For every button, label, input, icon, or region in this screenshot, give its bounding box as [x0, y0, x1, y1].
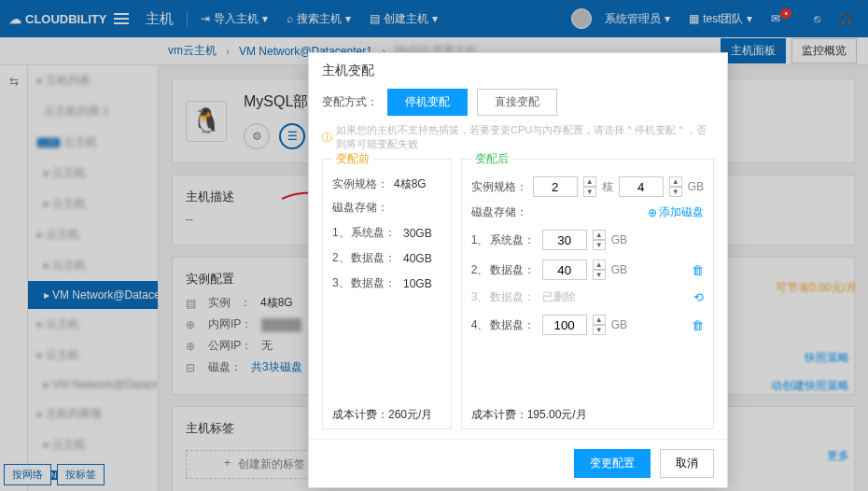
- warn-icon: ⓘ: [322, 131, 332, 145]
- before-spec-value: 4核8G: [394, 176, 427, 192]
- mem-up[interactable]: ▲: [669, 176, 682, 187]
- after-disk-row: 2、数据盘：▲▼GB🗑: [471, 260, 704, 280]
- before-cost-value: 260元/月: [388, 408, 432, 421]
- before-disk-row: 3、数据盘：10GB: [332, 275, 441, 291]
- before-cost-label: 成本计费：: [332, 408, 388, 421]
- disk-down[interactable]: ▼: [593, 270, 606, 280]
- after-disk-row: 3、数据盘：已删除⟲: [471, 289, 704, 305]
- add-disk-button[interactable]: ⊕添加磁盘: [648, 204, 704, 220]
- mode-stop-button[interactable]: 停机变配: [387, 89, 468, 116]
- cpu-up[interactable]: ▲: [583, 176, 596, 187]
- after-disk-row: 4、数据盘：▲▼GB🗑: [471, 315, 704, 335]
- after-title: 变配后: [471, 151, 512, 167]
- disk-up[interactable]: ▲: [593, 230, 606, 240]
- after-disk-row: 1、系统盘：▲▼GB: [471, 230, 704, 250]
- confirm-button[interactable]: 变更配置: [574, 449, 651, 478]
- after-cost-value: 195.00元/月: [527, 408, 587, 421]
- before-storage-label: 磁盘存储：: [332, 200, 388, 216]
- mem-down[interactable]: ▼: [669, 187, 682, 197]
- disk-size-input[interactable]: [542, 230, 587, 250]
- before-title: 变配前: [332, 151, 373, 167]
- after-cost-label: 成本计费：: [471, 408, 527, 421]
- disk-up[interactable]: ▲: [593, 315, 606, 325]
- before-disk-row: 1、系统盘：30GB: [332, 225, 441, 241]
- before-disk-row: 2、数据盘：40GB: [332, 250, 441, 266]
- cpu-unit: 核: [602, 179, 613, 195]
- disk-up[interactable]: ▲: [593, 260, 606, 270]
- mem-unit: GB: [688, 180, 704, 193]
- undo-icon[interactable]: ⟲: [693, 290, 704, 304]
- trash-icon[interactable]: 🗑: [692, 318, 704, 332]
- after-spec-label: 实例规格：: [471, 179, 527, 195]
- after-storage-label: 磁盘存储：: [471, 204, 527, 220]
- after-col: 变配后 实例规格： ▲▼ 核 ▲▼ GB 磁盘存储： ⊕添加磁盘 1、系统盘：▲…: [461, 159, 714, 429]
- disk-size-input[interactable]: [542, 315, 587, 335]
- disk-down[interactable]: ▼: [593, 240, 606, 250]
- cpu-down[interactable]: ▼: [583, 187, 596, 197]
- trash-icon[interactable]: 🗑: [692, 263, 704, 277]
- before-spec-label: 实例规格：: [332, 176, 388, 192]
- warn-text: ⓘ如果您的主机不支持热插拔，若要变更CPU与内存配置，请选择＂停机变配＂，否则将…: [322, 123, 714, 151]
- mode-direct-button[interactable]: 直接变配: [477, 89, 557, 116]
- before-col: 变配前 实例规格：4核8G 磁盘存储： 1、系统盘：30GB2、数据盘：40GB…: [322, 159, 452, 429]
- disk-down[interactable]: ▼: [593, 325, 606, 335]
- modal-reconfig: 主机变配 变配方式： 停机变配 直接变配 ⓘ如果您的主机不支持热插拔，若要变更C…: [308, 52, 728, 488]
- cpu-input[interactable]: [533, 176, 578, 197]
- mode-label: 变配方式：: [322, 94, 378, 110]
- cancel-button[interactable]: 取消: [660, 449, 714, 478]
- mem-input[interactable]: [619, 176, 664, 197]
- modal-title: 主机变配: [309, 53, 727, 89]
- disk-size-input[interactable]: [542, 260, 587, 280]
